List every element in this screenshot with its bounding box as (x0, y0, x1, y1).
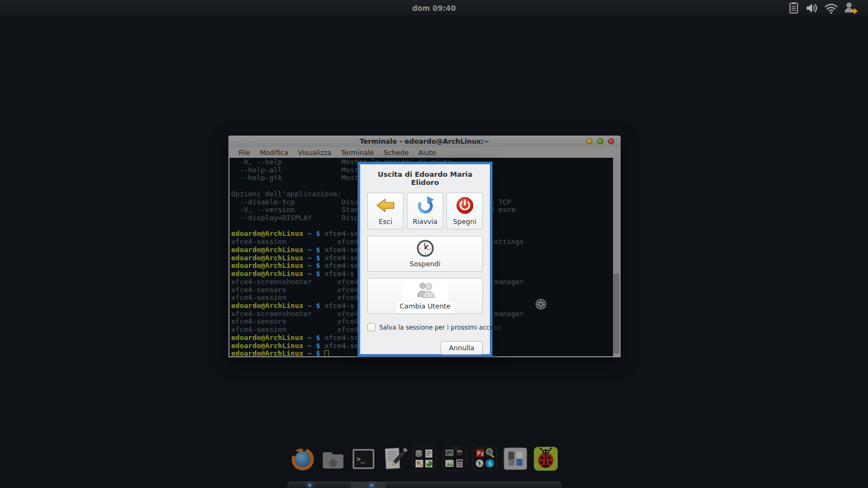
suspend-label: Sospendi (410, 260, 441, 271)
logout-button[interactable]: Esci (367, 192, 404, 229)
dock: >_ (289, 445, 560, 473)
svg-text:Fz: Fz (477, 451, 484, 457)
logout-arrow-icon (375, 193, 397, 217)
top-panel: dom 09:40 (0, 0, 868, 16)
ladybug-game-icon[interactable] (532, 445, 560, 473)
restart-icon (416, 193, 435, 217)
internet-group-icon[interactable]: Fz S (471, 445, 499, 473)
suspend-clock-icon (416, 236, 435, 260)
shutdown-button[interactable]: Spegni (446, 192, 483, 229)
window-title: Terminale - edoardo@ArchLinux:~ (228, 136, 621, 147)
volume-icon[interactable] (805, 2, 819, 15)
svg-text:S: S (488, 460, 493, 467)
menu-terminale[interactable]: Terminale (336, 149, 379, 157)
switch-user-button[interactable]: Cambia Utente (367, 278, 483, 314)
restart-button[interactable]: Riavvia (407, 192, 443, 229)
clock[interactable]: dom 09:40 (0, 0, 868, 16)
menu-aiuto[interactable]: Aiuto (413, 149, 441, 157)
text-editor-icon[interactable] (380, 445, 408, 473)
save-session-label[interactable]: Salva la sessione per i prossimi accessi (379, 324, 502, 331)
dialog-title: Uscita di Edoardo Maria Elidoro (367, 170, 483, 187)
display-settings-icon[interactable] (501, 445, 529, 473)
suspend-button[interactable]: Sospendi (367, 236, 483, 272)
svg-text:>_: >_ (356, 455, 365, 464)
menu-visualizza[interactable]: Visualizza (293, 149, 336, 157)
running-indicator (309, 484, 311, 486)
scrollbar (613, 158, 620, 356)
graphics-group-icon[interactable] (441, 445, 469, 473)
wifi-icon[interactable] (824, 2, 838, 15)
menu-modifica[interactable]: Modifica (255, 149, 293, 157)
user-switch-icon[interactable] (843, 1, 858, 15)
scrollbar-thumb[interactable] (614, 274, 619, 354)
desktop: dom 09:40 (0, 0, 868, 488)
menu-file[interactable]: File (234, 149, 255, 157)
logout-label: Esci (379, 217, 392, 229)
window-titlebar[interactable]: Terminale - edoardo@ArchLinux:~ (228, 136, 621, 147)
restart-label: Riavvia (413, 217, 438, 229)
office-group-icon[interactable] (410, 445, 438, 473)
switch-user-label: Cambia Utente (397, 302, 454, 313)
save-session-checkbox[interactable] (367, 323, 375, 331)
minimize-button[interactable] (586, 138, 592, 144)
file-manager-icon[interactable] (319, 445, 347, 473)
dock-shelf (288, 481, 561, 488)
switch-user-icon (403, 280, 448, 301)
logout-dialog: Uscita di Edoardo Maria Elidoro Esci (358, 162, 492, 356)
menu-bar: File Modifica Visualizza Terminale Sched… (229, 147, 620, 158)
firefox-icon[interactable] (289, 445, 317, 473)
maximize-button[interactable] (597, 138, 603, 144)
menu-schede[interactable]: Schede (379, 149, 413, 157)
terminal-cursor (324, 350, 329, 356)
shutdown-icon (455, 193, 475, 217)
clipboard-icon[interactable] (787, 1, 800, 15)
system-tray (787, 0, 858, 16)
shutdown-label: Spegni (453, 217, 476, 229)
close-button[interactable] (608, 138, 614, 144)
terminal-launcher-icon[interactable]: >_ (349, 445, 378, 473)
running-indicator (371, 484, 373, 486)
busy-cursor (535, 298, 547, 312)
cancel-button[interactable]: Annulla (441, 341, 483, 355)
